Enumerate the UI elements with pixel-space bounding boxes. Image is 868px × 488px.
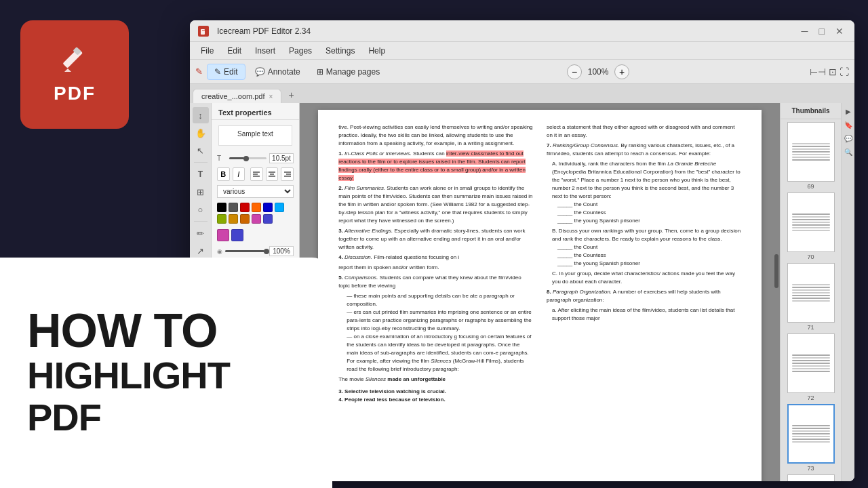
align-center-button[interactable]: [266, 167, 279, 181]
color-blue[interactable]: [263, 203, 273, 212]
pdf-content-area[interactable]: tive. Post-viewing activities can easily…: [300, 103, 780, 481]
title-bar-left: Icecream PDF Editor 2.34: [198, 26, 311, 37]
thumbnail-71[interactable]: 71: [783, 263, 838, 331]
pdf-list-1: 3. Selective television watching is cruc…: [338, 388, 533, 396]
menu-bar: File Edit Insert Pages Settings Help: [190, 42, 854, 60]
properties-title: Text properties: [212, 103, 299, 120]
tab-close-button[interactable]: ×: [269, 93, 273, 100]
right-icon-strip: ▶ 🔖 💬 🔍: [841, 103, 854, 481]
pdf-right-col: select a statement that they either agre…: [547, 123, 741, 404]
pdf-text-7: 5. Comparisons. Students can compare wha…: [338, 274, 533, 290]
sample-text: Sample text: [218, 125, 292, 146]
eraser-tool[interactable]: ↗: [193, 243, 209, 259]
thumbnail-70[interactable]: 70: [783, 192, 838, 260]
thumb-num-69: 69: [807, 183, 814, 190]
color-extra-pink[interactable]: [217, 229, 229, 241]
thumb-image-69: [787, 122, 835, 182]
bold-button[interactable]: B: [217, 167, 230, 181]
pdf-group-spanish: _____ the young Spanish prisoner: [557, 260, 741, 268]
arrow-tool[interactable]: ↖: [193, 142, 209, 159]
minimize-button[interactable]: ─: [799, 26, 811, 37]
edit-toolbar-icon: ✎: [195, 66, 203, 77]
search-right-icon[interactable]: 🔍: [843, 146, 854, 157]
pdf-text-4: 3. Alternative Endings. Especially with …: [338, 227, 533, 251]
app-title: Icecream PDF Editor 2.34: [217, 26, 311, 36]
pdf-scrollbar-thumb[interactable]: [774, 254, 778, 288]
opacity-icon: ◉: [217, 248, 222, 255]
color-black[interactable]: [217, 203, 226, 212]
pdf-columns: tive. Post-viewing activities can easily…: [338, 123, 741, 404]
shape-tool[interactable]: ○: [193, 201, 209, 218]
pdf-tab[interactable]: creative_...oom.pdf ×: [193, 89, 281, 103]
color-brown[interactable]: [240, 214, 250, 224]
pencil-icon: [58, 45, 92, 79]
thumbnail-73[interactable]: 73: [783, 404, 838, 472]
thumb-image-72: [787, 333, 835, 393]
edit-button[interactable]: ✎ Edit: [207, 64, 245, 80]
tab-bar: creative_...oom.pdf × +: [190, 84, 854, 103]
thumbnail-72[interactable]: 72: [783, 333, 838, 401]
color-orange[interactable]: [252, 203, 261, 212]
pdf-right-text-6: 8. Paragraph Organization. A number of e…: [547, 288, 741, 304]
bookmark-icon[interactable]: 🔖: [843, 119, 854, 130]
expand-right-icon[interactable]: ▶: [843, 106, 854, 117]
color-red[interactable]: [240, 203, 250, 212]
hand-tool[interactable]: ✋: [193, 125, 209, 141]
pages-icon: ⊞: [317, 67, 323, 77]
font-name-dropdown[interactable]: various: [217, 185, 294, 198]
menu-settings[interactable]: Settings: [320, 45, 360, 57]
color-pink[interactable]: [252, 214, 261, 224]
tab-label: creative_...oom.pdf: [201, 92, 265, 100]
thumbnail-74[interactable]: 74: [783, 474, 838, 481]
text-tool[interactable]: T: [193, 166, 209, 182]
logo-area: PDF: [20, 20, 129, 129]
manage-pages-button[interactable]: ⊞ Manage pages: [310, 64, 387, 79]
menu-edit[interactable]: Edit: [222, 45, 247, 57]
annotate-button[interactable]: 💬 Annotate: [248, 64, 307, 79]
fullscreen-icon[interactable]: ⛶: [840, 66, 849, 77]
pdf-text-5: 4. Discussion. Film-related questions fo…: [338, 253, 533, 262]
menu-insert[interactable]: Insert: [250, 45, 281, 57]
thumb-image-70: [787, 192, 835, 252]
thumbnail-69[interactable]: 69: [783, 122, 838, 190]
pdf-group-count: _____ the Count: [557, 243, 741, 251]
zoom-in-button[interactable]: +: [614, 64, 629, 79]
pdf-page: tive. Post-viewing activities can easily…: [318, 110, 762, 481]
thumb-image-73: [787, 404, 835, 464]
color-green[interactable]: [217, 214, 226, 224]
opacity-slider[interactable]: [225, 250, 267, 252]
select-tool[interactable]: ↕: [193, 107, 209, 123]
pdf-right-text-3: A. Individually, rank the characters fro…: [552, 160, 741, 201]
fit-page-icon[interactable]: ⊡: [829, 66, 837, 77]
maximize-button[interactable]: □: [816, 26, 827, 37]
fit-width-icon[interactable]: ⊢⊣: [810, 66, 826, 77]
close-button[interactable]: ✕: [833, 26, 846, 37]
font-size-slider[interactable]: [229, 157, 267, 159]
pdf-rank-count: _____ the Count: [557, 201, 741, 209]
align-left-button[interactable]: [250, 167, 263, 181]
color-palette: [212, 200, 299, 226]
color-indigo[interactable]: [263, 214, 273, 224]
menu-help[interactable]: Help: [363, 45, 391, 57]
comment-right-icon[interactable]: 💬: [843, 133, 854, 144]
menu-file[interactable]: File: [195, 45, 219, 57]
color-light-blue[interactable]: [275, 203, 284, 212]
image-tool[interactable]: ⊞: [193, 184, 209, 200]
menu-pages[interactable]: Pages: [283, 45, 317, 57]
zoom-out-button[interactable]: −: [567, 64, 582, 79]
overlay-text-box: HOW TO HIGHLIGHT PDF: [0, 258, 332, 488]
pdf-right-text-7: a. After eliciting the main ideas of the…: [552, 306, 741, 323]
thumbnails-list: 69 70 71: [781, 119, 841, 481]
pdf-right-text-4: B. Discuss your own rankings with your g…: [552, 227, 741, 243]
pen-tool[interactable]: ✏: [193, 225, 209, 241]
pdf-text-3: 2. Film Summaries. Students can work alo…: [338, 184, 533, 225]
color-gray[interactable]: [229, 203, 238, 212]
color-extra-blue[interactable]: [231, 229, 243, 241]
color-dark-orange[interactable]: [229, 214, 238, 224]
new-tab-button[interactable]: +: [283, 87, 299, 103]
pdf-right-text-1: select a statement that they either agre…: [547, 123, 741, 140]
font-size-label: T: [217, 155, 226, 162]
thumb-num-73: 73: [807, 465, 814, 472]
align-right-button[interactable]: [281, 167, 294, 181]
italic-button[interactable]: I: [233, 167, 245, 181]
